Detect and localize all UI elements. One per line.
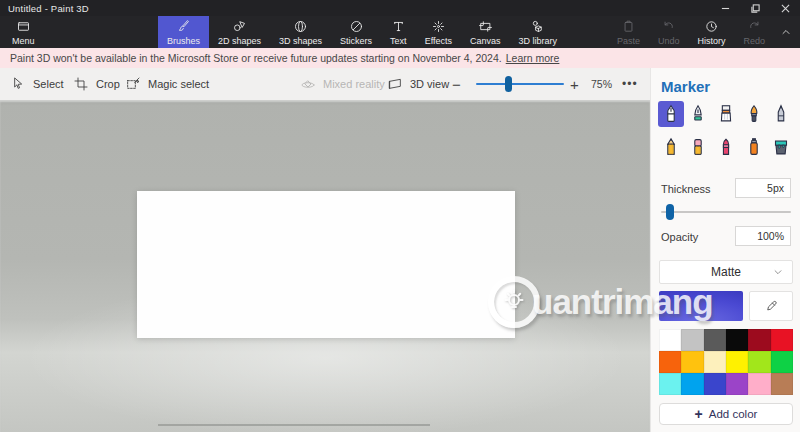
stickers-icon	[349, 19, 364, 34]
undo-button[interactable]: Undo	[649, 16, 689, 48]
tab-3d-library[interactable]: 3D library	[510, 16, 567, 48]
zoom-in-button[interactable]: +	[570, 68, 579, 100]
close-icon	[781, 4, 790, 13]
add-color-label: Add color	[709, 408, 758, 420]
crop-button[interactable]: Crop	[73, 68, 120, 100]
marker-brush-icon	[660, 103, 682, 125]
2d-shapes-icon	[232, 19, 247, 34]
color-swatch[interactable]	[659, 329, 681, 351]
crop-icon	[73, 76, 89, 92]
tab-effects[interactable]: Effects	[416, 16, 461, 48]
chevron-down-icon	[773, 267, 783, 277]
zoom-slider-handle[interactable]	[505, 76, 512, 92]
drawing-canvas[interactable]	[137, 191, 515, 338]
canvas-reflection-line	[158, 424, 430, 426]
color-swatch[interactable]	[726, 329, 748, 351]
brush-crayon[interactable]	[713, 134, 739, 160]
learn-more-link[interactable]: Learn more	[506, 52, 560, 64]
menu-icon	[16, 19, 31, 34]
mixed-reality-button[interactable]: Mixed reality	[300, 68, 385, 100]
color-swatch[interactable]	[748, 373, 770, 395]
minimize-button[interactable]	[710, 0, 740, 16]
color-swatch[interactable]	[771, 351, 793, 373]
oil-brush-icon	[715, 103, 737, 125]
banner-text: Paint 3D won't be available in the Micro…	[10, 52, 502, 64]
tools-toolbar: Select Crop Magic select Mixed reality 3…	[0, 68, 650, 100]
finish-selected-value: Matte	[711, 265, 741, 279]
brush-marker[interactable]	[658, 101, 684, 127]
maximize-button[interactable]	[740, 0, 770, 16]
window-controls	[710, 0, 800, 16]
thickness-slider[interactable]	[661, 211, 791, 213]
menu-label: Menu	[12, 36, 35, 46]
color-swatch[interactable]	[704, 329, 726, 351]
eyedropper-button[interactable]	[749, 291, 793, 321]
color-swatch[interactable]	[726, 351, 748, 373]
tab-text[interactable]: Text	[381, 16, 416, 48]
color-swatch[interactable]	[681, 351, 703, 373]
3d-shapes-icon	[293, 19, 308, 34]
maximize-icon	[751, 4, 760, 13]
menu-button[interactable]: Menu	[0, 16, 47, 48]
select-button[interactable]: Select	[10, 68, 64, 100]
finish-dropdown[interactable]: Matte	[659, 260, 793, 284]
color-swatch[interactable]	[659, 351, 681, 373]
eraser-icon	[687, 136, 709, 158]
thickness-label: Thickness	[661, 183, 711, 195]
select-cursor-icon	[10, 76, 26, 92]
redo-icon	[747, 19, 762, 34]
color-swatch[interactable]	[726, 373, 748, 395]
brush-fill[interactable]	[768, 134, 794, 160]
watercolor-brush-icon	[743, 103, 765, 125]
brush-calligraphy-pen[interactable]	[685, 101, 711, 127]
canvas-icon	[478, 19, 493, 34]
color-gradient-picker[interactable]	[659, 291, 743, 321]
paste-icon	[621, 19, 636, 34]
zoom-level: 75%	[591, 68, 612, 100]
add-color-button[interactable]: + Add color	[659, 403, 793, 425]
color-swatch[interactable]	[681, 329, 703, 351]
pencil-icon	[660, 136, 682, 158]
color-swatch[interactable]	[659, 373, 681, 395]
history-button[interactable]: History	[688, 16, 734, 48]
plus-icon: +	[695, 407, 703, 421]
zoom-out-button[interactable]: −	[452, 68, 461, 100]
color-swatch[interactable]	[704, 373, 726, 395]
3d-view-button[interactable]: 3D view	[387, 68, 449, 100]
brush-pencil[interactable]	[658, 134, 684, 160]
color-swatch[interactable]	[681, 373, 703, 395]
zoom-slider[interactable]	[476, 83, 564, 85]
color-swatch[interactable]	[704, 351, 726, 373]
chevron-up-icon	[780, 26, 792, 38]
color-swatch[interactable]	[771, 373, 793, 395]
color-swatch[interactable]	[748, 351, 770, 373]
tab-3d-shapes[interactable]: 3D shapes	[270, 16, 331, 48]
opacity-input[interactable]: 100%	[735, 226, 791, 246]
thickness-slider-handle[interactable]	[666, 204, 674, 220]
window-title: Untitled - Paint 3D	[0, 3, 89, 14]
tab-stickers[interactable]: Stickers	[331, 16, 381, 48]
close-button[interactable]	[770, 0, 800, 16]
magic-select-icon	[125, 76, 141, 92]
redo-button[interactable]: Redo	[734, 16, 774, 48]
paste-button[interactable]: Paste	[608, 16, 649, 48]
tab-canvas[interactable]: Canvas	[461, 16, 510, 48]
more-options-button[interactable]: •••	[622, 68, 638, 100]
tab-brushes[interactable]: Brushes	[158, 16, 209, 48]
magic-select-button[interactable]: Magic select	[125, 68, 209, 100]
brushes-icon	[176, 19, 191, 34]
brush-pixel-pen[interactable]	[768, 101, 794, 127]
undo-icon	[661, 19, 676, 34]
thickness-input[interactable]: 5px	[735, 178, 791, 198]
crayon-icon	[715, 136, 737, 158]
brush-spray-can[interactable]	[741, 134, 767, 160]
brush-oil[interactable]	[713, 101, 739, 127]
tab-2d-shapes[interactable]: 2D shapes	[209, 16, 270, 48]
brush-eraser[interactable]	[685, 134, 711, 160]
collapse-ribbon-button[interactable]	[776, 16, 796, 48]
brush-watercolor[interactable]	[741, 101, 767, 127]
color-swatch[interactable]	[748, 329, 770, 351]
spray-can-icon	[743, 136, 765, 158]
color-swatch[interactable]	[771, 329, 793, 351]
canvas-workspace	[0, 100, 650, 432]
